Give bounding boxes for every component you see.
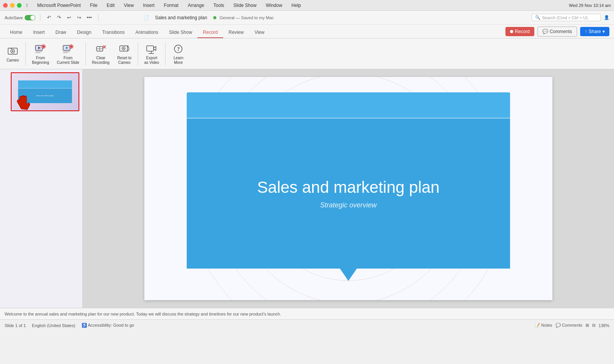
menu-view[interactable]: View [122,2,136,9]
comments-icon: 💬 [542,29,548,34]
share-icon: ↑ [585,29,587,34]
ribbon-cameo-label: Cameo [7,58,19,63]
forward-button[interactable]: ↷ [55,13,64,22]
ribbon-export-video[interactable]: Exportas Video [141,41,162,67]
ribbon-reset-cameo[interactable]: Reset toCameo [114,41,134,67]
svg-rect-22 [147,46,154,51]
more-tools[interactable]: ••• [85,13,94,22]
tab-slideshow[interactable]: Slide Show [164,27,197,38]
menu-format[interactable]: Format [162,2,180,9]
cursor-hand-icon [13,90,33,111]
menu-tools[interactable]: Tools [212,2,226,9]
ribbon-from-current-slide[interactable]: FromCurrent Slide [54,41,82,67]
slide-top-bar [187,92,510,119]
apple-menu[interactable]:  [25,2,29,9]
record-ribbon: Cameo FromBeginning [0,38,614,69]
close-button[interactable] [3,3,8,8]
canvas-area: Sales and marketing plan Strategic overv… [83,69,614,308]
document-title-area: 📄 Sales and marketing plan General — Sav… [103,15,315,20]
maximize-button[interactable] [17,3,22,8]
slide-title: Sales and marketing plan [257,178,440,197]
ribbon-export-video-label: Exportas Video [144,56,159,65]
accessibility-icon: ♿ [82,323,87,327]
notes-text: Welcome to the annual sales and marketin… [5,312,281,316]
menu-insert[interactable]: Insert [142,2,156,9]
tab-review[interactable]: Review [223,27,249,38]
menu-edit[interactable]: Edit [105,2,116,9]
main-content: 1 Sales and marketing plan [0,69,614,308]
accessibility-label: Accessibility: Good to go [88,323,134,327]
comments-status-icon[interactable]: 💬 Comments [555,323,582,328]
ribbon-sep-1 [25,42,26,65]
view-grid-icon[interactable]: ⊟ [592,323,596,328]
menu-slideshow[interactable]: Slide Show [232,2,258,9]
notes-bar: Welcome to the annual sales and marketin… [0,308,614,319]
slide-canvas[interactable]: Sales and marketing plan Strategic overv… [144,77,552,300]
back-button[interactable]: ↶ [45,13,54,22]
slide-mini-title: Sales and marketing plan [36,95,54,97]
undo-button[interactable]: ↩ [65,13,74,22]
tab-insert[interactable]: Insert [28,27,50,38]
menu-arrange[interactable]: Arrange [186,2,206,9]
menu-file[interactable]: File [89,2,99,9]
search-placeholder: Search (Cmd + Ctrl + U) [542,15,588,20]
record-top-button[interactable]: Record [505,27,534,36]
slide-info: Slide 1 of 1 [5,323,26,328]
redo-button[interactable]: ↪ [75,13,84,22]
comments-button[interactable]: 💬 Comments [537,27,577,37]
search-box[interactable]: 🔍 Search (Cmd + Ctrl + U) [532,14,601,21]
slide-bubble-tail [187,269,510,281]
autosave-switch[interactable] [25,15,35,20]
ribbon-sep-2 [85,42,86,65]
tab-view[interactable]: View [249,27,270,38]
minimize-button[interactable] [10,3,15,8]
slide-subtitle: Strategic overview [320,201,376,209]
tab-draw[interactable]: Draw [50,27,72,38]
title-bar:  Microsoft PowerPoint File Edit View In… [0,0,614,11]
slide-body: Sales and marketing plan Strategic overv… [187,119,510,269]
ribbon-sep-4 [165,42,166,65]
ribbon-from-beginning-label: FromBeginning [32,56,49,65]
ribbon-learn-more-label: LearnMore [174,56,184,65]
svg-text:?: ? [177,46,180,52]
view-normal-icon[interactable]: ⊞ [586,323,589,328]
ribbon-learn-more[interactable]: ? LearnMore [169,41,188,67]
notes-icon[interactable]: 📝 Notes [535,323,552,328]
ribbon-cameo[interactable]: Cameo [3,43,22,64]
svg-rect-3 [10,48,12,49]
menu-app-name[interactable]: Microsoft PowerPoint [35,2,82,9]
autosave-toggle: AutoSave [5,15,35,20]
search-icon: 🔍 [535,15,540,20]
ribbon-from-beginning[interactable]: FromBeginning [29,41,52,67]
share-button[interactable]: ↑ Share ▾ [580,27,609,36]
doc-toolbar: AutoSave ↶ ↷ ↩ ↪ ••• 📄 Sales and marketi… [0,11,614,25]
traffic-lights [3,3,22,8]
tab-record[interactable]: Record [197,27,223,38]
datetime: Wed 29 Nov 10:14 am [569,3,611,8]
ribbon-clear-recording[interactable]: ClearRecording [89,41,113,67]
slide-thumbnail-1[interactable]: Sales and marketing plan [11,72,79,111]
present-icon: 👤 [604,15,609,20]
menu-window[interactable]: Window [264,2,284,9]
cameo-icon [7,45,19,57]
title-bar-right: Wed 29 Nov 10:14 am [569,3,611,8]
save-status: General — Saved to my Mac [219,15,274,20]
zoom-control[interactable]: 138% [599,323,609,328]
tab-design[interactable]: Design [72,27,97,38]
learn-more-icon: ? [172,43,184,55]
status-bar-right: 📝 Notes 💬 Comments ⊞ ⊟ 138% [535,323,609,328]
reset-cameo-icon [118,43,130,55]
tab-bar: Home Insert Draw Design Transitions Anim… [0,25,614,38]
tab-animations[interactable]: Animations [130,27,164,38]
record-top-label: Record [515,29,530,34]
tab-transitions[interactable]: Transitions [97,27,130,38]
language: English (United States) [32,323,75,328]
svg-point-6 [43,45,45,47]
tab-home[interactable]: Home [5,27,28,38]
record-dot-icon [510,30,513,33]
slide-content-area: Sales and marketing plan Strategic overv… [187,92,510,281]
ribbon-from-current-label: FromCurrent Slide [57,56,79,65]
svg-point-21 [123,48,124,49]
status-bar: Slide 1 of 1 English (United States) ♿ A… [0,319,614,331]
menu-help[interactable]: Help [290,2,303,9]
